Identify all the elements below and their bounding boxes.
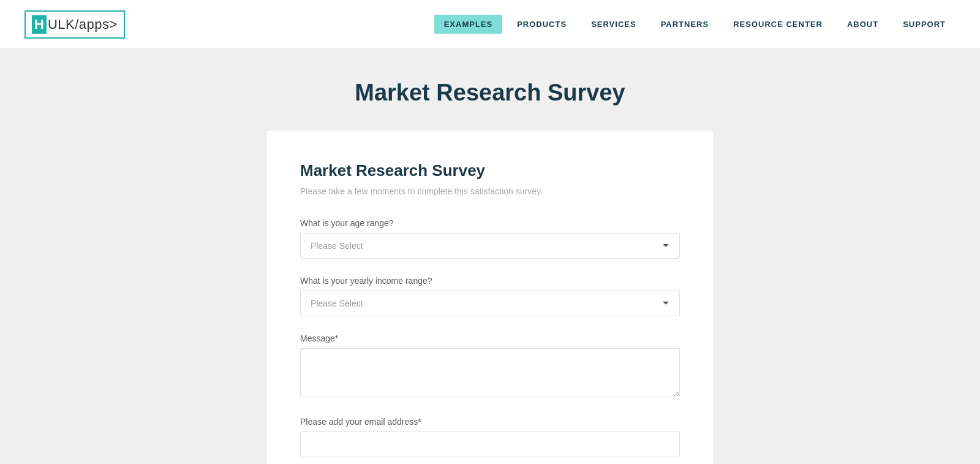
nav-item-products[interactable]: PRODUCTS [507, 15, 576, 34]
header: H ULK/apps> EXAMPLES PRODUCTS SERVICES P… [0, 0, 980, 49]
page-title: Market Research Survey [12, 80, 968, 106]
age-range-group: What is your age range? Please Select Un… [300, 218, 680, 259]
logo[interactable]: H ULK/apps> [24, 10, 125, 39]
age-range-label: What is your age range? [300, 218, 680, 228]
nav-item-examples[interactable]: EXAMPLES [434, 15, 503, 34]
message-textarea[interactable] [300, 348, 680, 397]
email-group: Please add your email address* [300, 417, 680, 457]
nav-item-support[interactable]: SUPPORT [893, 15, 956, 34]
nav-item-services[interactable]: SERVICES [581, 15, 646, 34]
income-range-select[interactable]: Please Select Under $25,000 $25,000 - $4… [300, 291, 680, 316]
nav-item-partners[interactable]: PARTNERS [651, 15, 719, 34]
email-input[interactable] [300, 432, 680, 457]
income-range-select-wrapper: Please Select Under $25,000 $25,000 - $4… [300, 291, 680, 316]
income-range-label: What is your yearly income range? [300, 276, 680, 286]
age-range-select-wrapper: Please Select Under 18 18-24 25-34 35-44… [300, 233, 680, 259]
form-title: Market Research Survey [300, 161, 680, 180]
form-subtitle: Please take a few moments to complete th… [300, 186, 680, 196]
logo-box: H ULK/apps> [24, 10, 125, 39]
age-range-select[interactable]: Please Select Under 18 18-24 25-34 35-44… [300, 233, 680, 259]
email-label: Please add your email address* [300, 417, 680, 427]
income-range-group: What is your yearly income range? Please… [300, 276, 680, 316]
message-group: Message* [300, 333, 680, 400]
main-content: Market Research Survey Market Research S… [0, 49, 980, 464]
message-label: Message* [300, 333, 680, 343]
logo-h-letter: H [32, 15, 47, 34]
logo-text: ULK/apps> [48, 17, 118, 32]
main-nav: EXAMPLES PRODUCTS SERVICES PARTNERS RESO… [434, 15, 956, 34]
nav-item-resource-center[interactable]: RESOURCE CENTER [723, 15, 832, 34]
survey-form-card: Market Research Survey Please take a few… [266, 131, 714, 464]
nav-item-about[interactable]: ABOUT [837, 15, 888, 34]
